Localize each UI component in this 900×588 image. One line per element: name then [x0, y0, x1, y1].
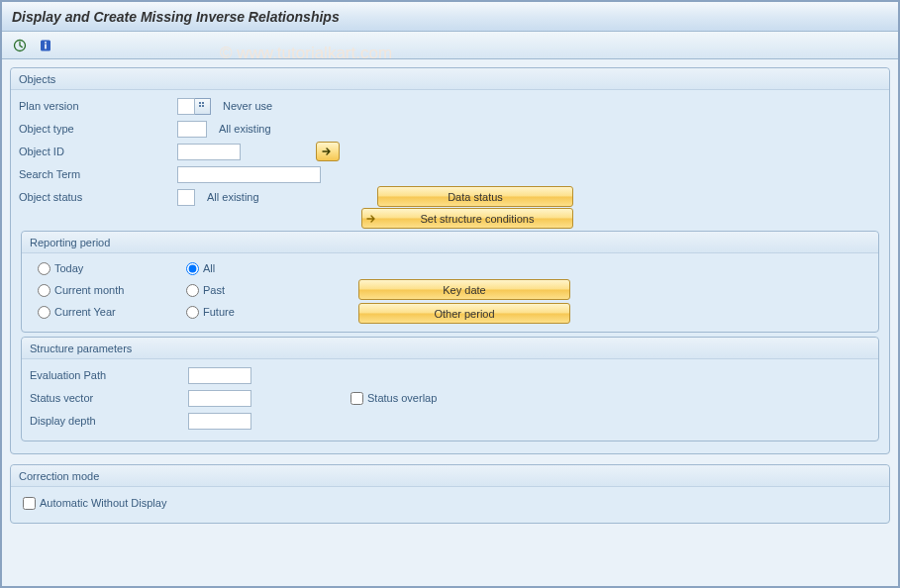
plan-version-input[interactable]: [177, 98, 195, 115]
label-future: Future: [203, 306, 235, 318]
label-status-overlap: Status overlap: [367, 392, 437, 404]
multiple-selection-button[interactable]: [316, 142, 340, 161]
label-all: All: [203, 262, 215, 274]
plan-version-value: Never use: [223, 100, 272, 112]
key-date-label: Key date: [443, 284, 485, 296]
group-title-structure-parameters: Structure parameters: [22, 338, 878, 359]
page-title: Display and Create Missing Inverse Relat…: [12, 9, 340, 25]
other-period-label: Other period: [434, 308, 494, 320]
search-term-input[interactable]: [177, 166, 321, 183]
window: Display and Create Missing Inverse Relat…: [0, 0, 900, 588]
clock-execute-icon: [13, 39, 27, 52]
status-vector-input[interactable]: [188, 390, 251, 407]
radio-all[interactable]: [186, 262, 199, 275]
set-structure-label: Set structure conditions: [421, 213, 535, 225]
label-today: Today: [54, 262, 83, 274]
value-help-icon: [198, 101, 208, 111]
object-status-value: All existing: [207, 191, 259, 203]
svg-rect-2: [45, 42, 47, 44]
plan-version-search-button[interactable]: [195, 98, 211, 115]
svg-rect-5: [202, 102, 204, 104]
label-status-vector: Status vector: [30, 392, 188, 404]
svg-rect-4: [199, 102, 201, 104]
display-depth-input[interactable]: [188, 413, 251, 430]
radio-current-month[interactable]: [38, 284, 50, 297]
content: Objects Plan version Never use Object ty…: [2, 59, 898, 541]
label-past: Past: [203, 284, 225, 296]
group-title-reporting-period: Reporting period: [22, 232, 878, 253]
group-structure-parameters: Structure parameters Evaluation Path Sta…: [21, 337, 879, 441]
label-object-status: Object status: [19, 191, 177, 203]
label-automatic-without-display: Automatic Without Display: [40, 497, 166, 509]
object-type-value: All existing: [219, 123, 271, 135]
label-plan-version: Plan version: [19, 100, 177, 112]
toolbar: [2, 32, 898, 59]
svg-rect-3: [45, 44, 47, 49]
group-objects: Objects Plan version Never use Object ty…: [10, 67, 890, 454]
label-object-type: Object type: [19, 123, 177, 135]
object-status-input[interactable]: [177, 189, 195, 206]
group-title-correction-mode: Correction mode: [11, 465, 889, 487]
object-id-input[interactable]: [177, 144, 241, 160]
label-current-month: Current month: [54, 284, 124, 296]
arrow-right-icon: [322, 147, 334, 156]
label-object-id: Object ID: [19, 146, 177, 157]
group-correction-mode: Correction mode Automatic Without Displa…: [10, 464, 890, 524]
info-icon: [39, 39, 52, 52]
evaluation-path-input[interactable]: [188, 367, 251, 384]
data-status-label: Data status: [448, 191, 503, 203]
radio-future[interactable]: [186, 306, 199, 319]
label-display-depth: Display depth: [30, 415, 188, 427]
arrow-right-icon: [366, 214, 378, 224]
group-title-objects: Objects: [11, 68, 889, 90]
object-type-input[interactable]: [177, 121, 207, 138]
radio-current-year[interactable]: [38, 306, 50, 319]
titlebar: Display and Create Missing Inverse Relat…: [2, 2, 898, 32]
info-button[interactable]: [36, 36, 55, 55]
svg-rect-7: [202, 105, 204, 107]
radio-today[interactable]: [38, 262, 50, 275]
radio-past[interactable]: [186, 284, 199, 297]
svg-rect-6: [199, 105, 201, 107]
execute-button[interactable]: [10, 36, 30, 55]
label-current-year: Current Year: [54, 306, 116, 318]
group-reporting-period: Reporting period Today Current month Cur…: [21, 231, 879, 333]
status-overlap-checkbox[interactable]: [350, 392, 363, 405]
label-search-term: Search Term: [19, 168, 177, 180]
set-structure-conditions-button[interactable]: Set structure conditions: [361, 208, 573, 229]
label-evaluation-path: Evaluation Path: [30, 369, 188, 381]
key-date-button[interactable]: Key date: [358, 279, 570, 300]
data-status-button[interactable]: Data status: [377, 186, 573, 207]
automatic-without-display-checkbox[interactable]: [23, 497, 36, 510]
other-period-button[interactable]: Other period: [358, 303, 570, 324]
